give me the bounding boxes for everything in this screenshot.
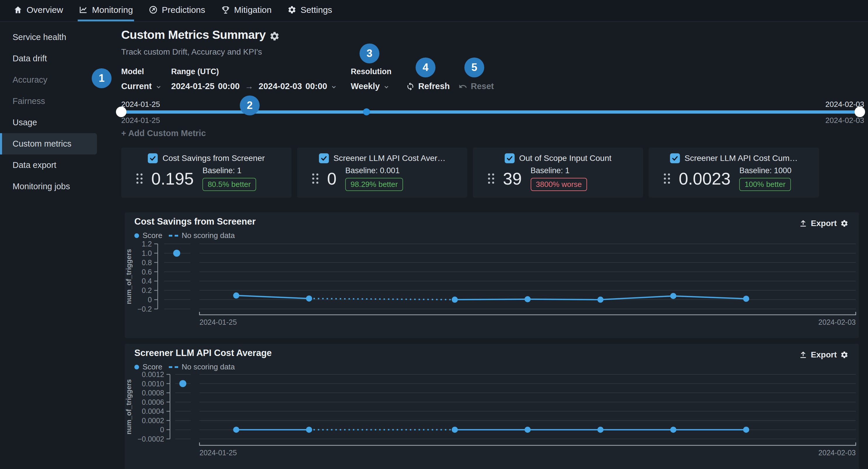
score-point[interactable] xyxy=(452,427,458,433)
score-point[interactable] xyxy=(597,297,603,303)
nav-item-mitigation[interactable]: Mitigation xyxy=(220,0,273,21)
y-tick-label: 0.0006 xyxy=(142,398,164,406)
chart-legend: Score No scoring data xyxy=(134,231,235,240)
range-select[interactable]: 2024-01-25 00:00 → 2024-02-03 00:00 xyxy=(171,82,337,91)
range-slider-track[interactable] xyxy=(121,111,864,114)
resolution-select[interactable]: Weekly xyxy=(351,82,390,91)
gear-icon[interactable] xyxy=(840,219,848,227)
score-point[interactable] xyxy=(233,427,239,433)
score-point[interactable] xyxy=(670,427,676,433)
metric-card-title: Out of Scope Input Count xyxy=(519,154,612,163)
export-button[interactable]: Export xyxy=(799,219,848,228)
nav-label: Predictions xyxy=(162,5,205,15)
y-tick-label: 0 xyxy=(148,295,152,304)
nav-item-monitoring[interactable]: Monitoring xyxy=(78,0,134,21)
page-title: Custom Metrics Summary xyxy=(121,28,266,42)
sidebar-item-custom-metrics[interactable]: Custom metrics xyxy=(0,133,97,155)
range-start-time: 00:00 xyxy=(218,82,240,91)
score-point[interactable] xyxy=(306,427,312,433)
metric-delta-badge: 100% better xyxy=(739,178,790,191)
y-tick-label: −0.0002 xyxy=(137,435,164,443)
slider-handle-start[interactable] xyxy=(116,106,126,117)
metric-checkbox[interactable] xyxy=(148,153,158,163)
metric-checkbox[interactable] xyxy=(505,153,515,163)
gear-icon xyxy=(287,5,297,14)
score-point[interactable] xyxy=(597,427,603,433)
legend-score-label: Score xyxy=(143,363,162,372)
x-axis xyxy=(199,312,856,315)
refresh-label: Refresh xyxy=(418,82,450,91)
metric-card: Screener LLM API Cost Aver… 0 Baseline: … xyxy=(297,148,467,198)
refresh-icon xyxy=(406,82,415,91)
score-segment xyxy=(528,299,600,300)
y-tick-label: 0.4 xyxy=(142,277,152,285)
chart-panel-cost-savings: 1.21.00.80.60.40.20−0.2num_of_triggers20… xyxy=(125,212,859,338)
sidebar-item-monitoring-jobs[interactable]: Monitoring jobs xyxy=(0,176,97,197)
sidebar-item-service-health[interactable]: Service health xyxy=(0,27,97,48)
y-tick-label: 0.0004 xyxy=(142,407,164,415)
score-point[interactable] xyxy=(743,296,749,302)
sidebar-item-fairness[interactable]: Fairness xyxy=(0,91,97,112)
score-point[interactable] xyxy=(743,427,749,433)
slider-handle-end[interactable] xyxy=(855,106,865,117)
sidebar-item-data-export[interactable]: Data export xyxy=(0,155,97,176)
nav-item-predictions[interactable]: Predictions xyxy=(148,0,206,21)
model-value: Current xyxy=(121,82,152,91)
title-gear-icon[interactable] xyxy=(269,31,280,41)
reset-button[interactable]: Reset xyxy=(459,82,494,91)
annotation-badge-4: 4 xyxy=(415,58,435,77)
metric-baseline: Baseline: 1 xyxy=(203,166,242,175)
range-arrow-icon: → xyxy=(243,82,255,91)
score-point[interactable] xyxy=(525,427,531,433)
drag-handle-icon[interactable] xyxy=(488,174,494,184)
nav-item-settings[interactable]: Settings xyxy=(286,0,333,21)
resolution-value: Weekly xyxy=(351,82,380,91)
score-point[interactable] xyxy=(525,296,531,302)
score-point[interactable] xyxy=(670,293,676,299)
metric-card-title: Screener LLM API Cost Aver… xyxy=(334,154,446,163)
sidebar-item-usage[interactable]: Usage xyxy=(0,112,97,133)
nav-item-overview[interactable]: Overview xyxy=(12,0,64,21)
add-custom-metric-button[interactable]: + Add Custom Metric xyxy=(121,128,206,138)
export-label: Export xyxy=(811,350,837,359)
score-point[interactable] xyxy=(452,297,458,303)
y-tick-label: 0.0002 xyxy=(142,416,164,425)
range-start-date: 2024-01-25 xyxy=(171,82,214,91)
drag-handle-icon[interactable] xyxy=(136,174,143,184)
no-scoring-dash-icon xyxy=(169,366,178,368)
drag-handle-icon[interactable] xyxy=(312,174,318,184)
metric-delta-badge: 98.29% better xyxy=(345,178,403,191)
baseline-point[interactable] xyxy=(173,250,180,257)
line-chart: 0.00120.00100.00080.00060.00040.00020−0.… xyxy=(125,344,859,469)
drag-handle-icon[interactable] xyxy=(664,174,670,184)
x-axis-label-end: 2024-02-03 xyxy=(818,448,856,457)
sidebar-item-accuracy[interactable]: Accuracy xyxy=(0,69,97,91)
metric-baseline: Baseline: 1000 xyxy=(739,166,792,175)
model-select[interactable]: Current xyxy=(121,82,162,91)
chevron-down-icon xyxy=(383,83,390,90)
score-point[interactable] xyxy=(306,295,312,302)
legend-score-label: Score xyxy=(143,231,162,240)
export-button[interactable]: Export xyxy=(799,350,848,359)
slider-start-sublabel: 2024-01-25 xyxy=(121,116,160,125)
score-segment xyxy=(673,296,746,299)
metric-checkbox[interactable] xyxy=(319,153,329,163)
baseline-point[interactable] xyxy=(179,380,186,387)
nav-label: Overview xyxy=(27,5,63,15)
y-tick-label: 0.0010 xyxy=(142,380,164,388)
x-axis-label-start: 2024-01-25 xyxy=(199,448,237,457)
no-scoring-dash-icon xyxy=(169,235,178,237)
metric-checkbox[interactable] xyxy=(670,153,680,163)
slider-marker-dot[interactable] xyxy=(363,108,370,115)
trophy-icon xyxy=(221,5,230,14)
metric-delta-badge: 3800% worse xyxy=(531,178,587,191)
nav-label: Monitoring xyxy=(92,5,133,15)
metric-baseline: Baseline: 0.001 xyxy=(345,166,400,175)
gear-icon[interactable] xyxy=(840,351,848,359)
score-point[interactable] xyxy=(233,292,239,299)
metric-delta-badge: 80.5% better xyxy=(203,178,256,191)
refresh-button[interactable]: Refresh xyxy=(406,82,450,91)
range-end-date: 2024-02-03 xyxy=(259,82,302,91)
y-axis-label: num_of_triggers xyxy=(125,249,133,304)
sidebar-item-data-drift[interactable]: Data drift xyxy=(0,48,97,69)
